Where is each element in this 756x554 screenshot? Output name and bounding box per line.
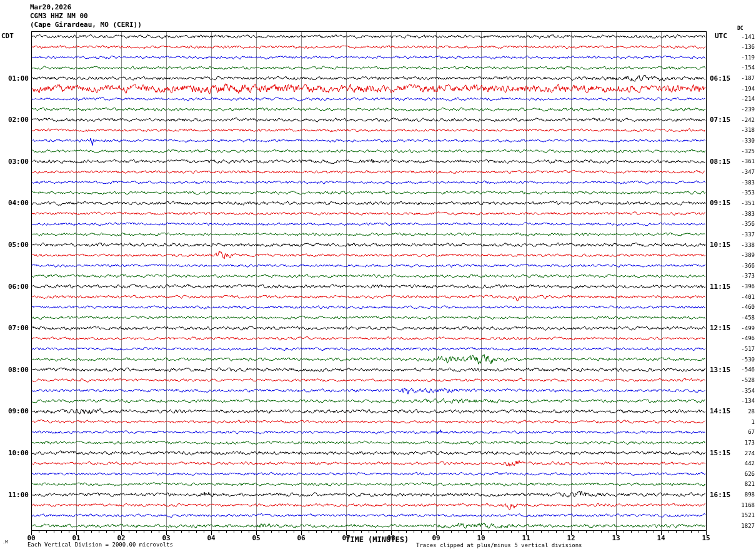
bottom-tick-label: 11 (517, 534, 535, 542)
dc-offset-value: -242 (712, 118, 755, 123)
left-hour-label: 10:00 (0, 450, 29, 456)
dc-offset-value: -361 (712, 159, 755, 164)
dc-offset-value: -496 (712, 336, 755, 341)
dc-offset-value: -366 (712, 263, 755, 269)
left-hour-label: 06:00 (0, 283, 29, 290)
bottom-tick-label: 15 (697, 534, 715, 542)
left-hour-label: 03:00 (0, 158, 29, 165)
footer-clip-note: Traces clipped at plus/minus 5 vertical … (416, 542, 582, 548)
dc-offset-value: -318 (712, 128, 755, 133)
dc-offset-value: -351 (712, 201, 755, 206)
left-hour-label: 01:00 (0, 75, 29, 82)
dc-offset-value: -389 (712, 253, 755, 258)
dc-offset-value: -401 (712, 295, 755, 300)
bottom-tick-label: 12 (562, 534, 580, 542)
header-date: Mar20,2026 (30, 3, 71, 11)
dc-offset-value: -187 (712, 76, 755, 81)
dc-offset-value: -194 (712, 86, 755, 92)
dc-offset-value: -154 (712, 65, 755, 71)
dc-offset-value: -383 (712, 211, 755, 217)
dc-offset-value: -383 (712, 180, 755, 186)
x-axis-title: TIME (MINUTES) (346, 535, 409, 544)
header-location: (Cape Girardeau, MO (CERI)) (30, 21, 142, 29)
seismogram-canvas (0, 0, 756, 554)
bottom-tick-label: 05 (247, 534, 266, 542)
dc-offset-value: -330 (712, 138, 755, 144)
left-hour-label: 05:00 (0, 241, 29, 248)
dc-offset-value: 1521 (712, 513, 755, 518)
dc-offset-value: -141 (712, 34, 755, 40)
dc-offset-value: 274 (712, 451, 755, 456)
left-hour-label: 11:00 (0, 491, 29, 498)
bottom-tick-label: 09 (427, 534, 445, 542)
dc-offset-value: 898 (712, 492, 755, 498)
bottom-tick-label: 06 (292, 534, 311, 542)
left-axis-label: CDT (1, 32, 14, 40)
bottom-tick-label: 04 (202, 534, 221, 542)
dc-offset-value: -136 (712, 44, 755, 50)
dc-offset-value: -528 (712, 378, 755, 383)
dc-offset-value: -356 (712, 221, 755, 227)
dc-offset-value: 1827 (712, 523, 755, 529)
dc-offset-value: 442 (712, 461, 755, 466)
dc-offset-value: -458 (712, 315, 755, 321)
dc-offset-header: DC (737, 26, 744, 31)
dc-offset-value: 821 (712, 481, 755, 487)
dc-offset-value: -373 (712, 273, 755, 279)
dc-offset-value: 626 (712, 471, 755, 477)
dc-offset-value: -530 (712, 357, 755, 363)
footer-scale-note: Each Vertical Division = 2000.00 microvo… (27, 541, 173, 548)
webicorder-screen: Mar20,2026 CGM3 HHZ NM 00 (Cape Girardea… (0, 0, 756, 554)
dc-offset-value: -347 (712, 169, 755, 175)
left-hour-label: 08:00 (0, 366, 29, 373)
dc-offset-value: -214 (712, 96, 755, 102)
dc-offset-value: -354 (712, 388, 755, 394)
dc-offset-value: -499 (712, 326, 755, 331)
dc-offset-value: -353 (712, 190, 755, 196)
header-station: CGM3 HHZ NM 00 (30, 12, 88, 20)
dc-offset-value: -337 (712, 232, 755, 238)
bottom-tick-label: 10 (472, 534, 490, 542)
left-hour-label: 02:00 (0, 116, 29, 123)
dc-offset-value: -134 (712, 398, 755, 404)
left-hour-label: 04:00 (0, 199, 29, 206)
dc-offset-value: 1168 (712, 503, 755, 508)
dc-offset-value: -239 (712, 107, 755, 113)
dc-offset-value: -119 (712, 55, 755, 61)
dc-offset-value: 28 (712, 409, 755, 415)
dc-offset-value: -325 (712, 149, 755, 154)
dc-offset-value: -517 (712, 346, 755, 352)
bottom-tick-label: 13 (607, 534, 625, 542)
corner-mark: .M (2, 540, 7, 545)
left-hour-label: 09:00 (0, 408, 29, 415)
dc-offset-value: 1 (712, 420, 755, 425)
dc-offset-value: 173 (712, 440, 755, 446)
left-hour-label: 07:00 (0, 325, 29, 331)
dc-offset-value: -338 (712, 243, 755, 248)
dc-offset-value: -396 (712, 284, 755, 290)
bottom-tick-label: 14 (652, 534, 670, 542)
dc-offset-value: 67 (712, 430, 755, 435)
dc-offset-value: -460 (712, 305, 755, 310)
dc-offset-value: -546 (712, 367, 755, 373)
